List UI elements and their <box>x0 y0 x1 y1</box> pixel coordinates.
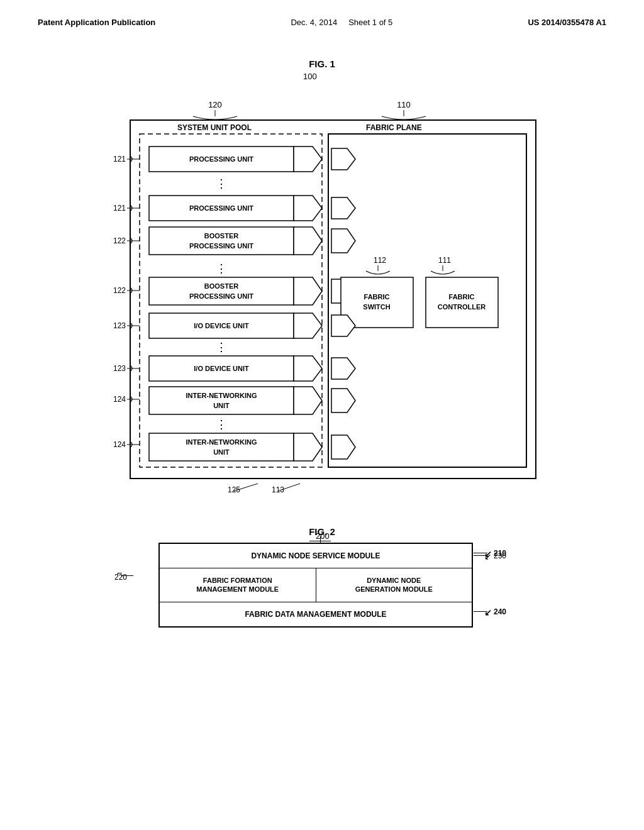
fabric-plane-label: FABRIC PLANE <box>366 123 422 132</box>
svg-rect-14 <box>149 227 294 255</box>
svg-text:⋮: ⋮ <box>216 341 227 353</box>
ref-110: 110 <box>397 100 411 109</box>
svg-text:INTER-NETWORKING: INTER-NETWORKING <box>186 392 257 399</box>
svg-text:INTER-NETWORKING: INTER-NETWORKING <box>186 438 257 446</box>
publication-label: Patent Application Publication <box>38 18 155 27</box>
svg-text:I/O DEVICE UNIT: I/O DEVICE UNIT <box>194 365 249 372</box>
svg-text:I/O DEVICE UNIT: I/O DEVICE UNIT <box>194 322 249 329</box>
main-content: FIG. 1 100 120 110 SYSTEM UNIT POOL FABR… <box>0 27 644 640</box>
svg-text:124: 124 <box>113 440 126 449</box>
svg-text:122: 122 <box>113 286 126 295</box>
svg-rect-32 <box>426 277 498 328</box>
fig1-diagram: 120 110 SYSTEM UNIT POOL FABRIC PLANE PR… <box>96 84 548 507</box>
svg-rect-24 <box>149 277 294 305</box>
fig2-section: FIG. 2 200 220 ⌐ DYNAMIC NODE SERVICE MO… <box>102 526 542 628</box>
svg-text:111: 111 <box>438 256 451 265</box>
svg-text:SWITCH: SWITCH <box>363 303 390 311</box>
fig2-row2: FABRIC FORMATION MANAGEMENT MODULE DYNAM… <box>160 568 472 602</box>
svg-rect-50 <box>149 433 294 461</box>
sheet-label: Sheet 1 of 5 <box>348 18 392 27</box>
fig1-title: FIG. 1 <box>309 58 335 69</box>
svg-text:PROCESSING UNIT: PROCESSING UNIT <box>189 292 253 300</box>
svg-rect-44 <box>149 387 294 414</box>
svg-text:UNIT: UNIT <box>213 448 230 456</box>
svg-text:PROCESSING UNIT: PROCESSING UNIT <box>189 242 253 250</box>
dynamic-node-generation-module: DYNAMIC NODE GENERATION MODULE <box>316 568 472 602</box>
svg-text:PROCESSING UNIT: PROCESSING UNIT <box>189 204 253 212</box>
fig2-outer-box: DYNAMIC NODE SERVICE MODULE 210 ↙ FABRIC… <box>158 543 473 628</box>
page-header: Patent Application Publication Dec. 4, 2… <box>0 0 644 27</box>
svg-text:124: 124 <box>113 395 126 404</box>
svg-text:PROCESSING UNIT: PROCESSING UNIT <box>189 155 253 163</box>
svg-text:123: 123 <box>113 364 126 373</box>
svg-text:122: 122 <box>113 236 126 245</box>
svg-text:⋮: ⋮ <box>216 418 227 431</box>
fig2-row1: DYNAMIC NODE SERVICE MODULE 210 ↙ <box>160 544 472 568</box>
svg-text:⋮: ⋮ <box>216 262 227 275</box>
svg-text:FABRIC: FABRIC <box>364 293 390 301</box>
svg-text:UNIT: UNIT <box>213 402 230 409</box>
fig2-ref-200: 200 <box>316 531 330 541</box>
header-right: US 2014/0355478 A1 <box>528 18 606 27</box>
ref-240: 240 <box>494 607 506 616</box>
system-unit-pool-label: SYSTEM UNIT POOL <box>177 123 252 132</box>
svg-text:121: 121 <box>113 155 126 163</box>
dynamic-node-service-module-label: DYNAMIC NODE SERVICE MODULE <box>251 551 380 560</box>
svg-text:⋮: ⋮ <box>216 177 227 190</box>
svg-rect-29 <box>341 277 413 328</box>
fabric-formation-management-module: FABRIC FORMATION MANAGEMENT MODULE <box>160 568 316 602</box>
svg-text:BOOSTER: BOOSTER <box>204 232 238 240</box>
fabric-data-management-module-label: FABRIC DATA MANAGEMENT MODULE <box>245 610 386 619</box>
fig2-row3: FABRIC DATA MANAGEMENT MODULE 240 ↙ <box>160 602 472 626</box>
patent-number: US 2014/0355478 A1 <box>528 18 606 27</box>
svg-text:112: 112 <box>374 256 386 265</box>
svg-text:FABRIC: FABRIC <box>449 293 475 301</box>
svg-text:BOOSTER: BOOSTER <box>204 282 238 290</box>
ref-120: 120 <box>208 100 222 109</box>
svg-text:CONTROLLER: CONTROLLER <box>438 303 486 311</box>
fig1-ref: 100 <box>303 72 317 81</box>
date-label: Dec. 4, 2014 <box>291 18 337 27</box>
ref-230: 230 <box>494 551 506 560</box>
header-left: Patent Application Publication <box>38 18 155 27</box>
header-center: Dec. 4, 2014 Sheet 1 of 5 <box>291 18 392 27</box>
svg-text:123: 123 <box>113 321 126 330</box>
svg-text:121: 121 <box>113 204 126 213</box>
